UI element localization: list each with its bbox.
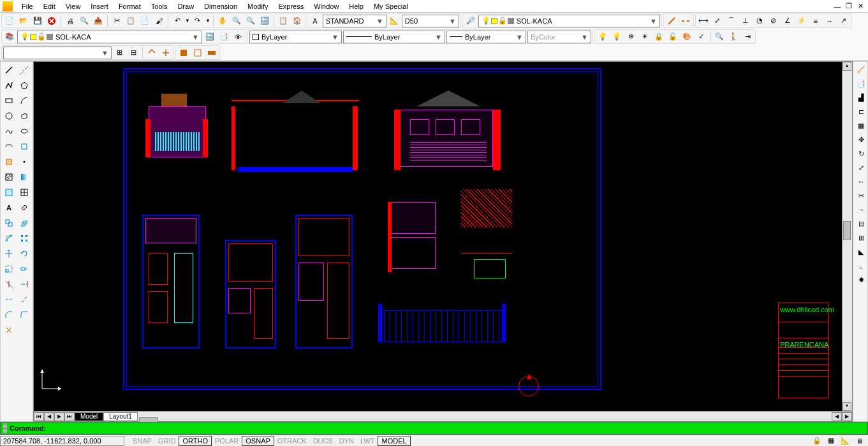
close-drawing-icon[interactable]: [45, 15, 58, 27]
modify-scale-icon[interactable]: ⤢: [855, 161, 867, 174]
tab-model[interactable]: Model: [75, 412, 103, 421]
paste-icon[interactable]: 📄: [138, 15, 151, 27]
dim-arc-icon[interactable]: ⌒: [725, 15, 738, 27]
layer-isolate-icon[interactable]: 👁: [232, 31, 244, 43]
zoom-previous-icon[interactable]: 🔙: [258, 15, 271, 27]
copy-object-icon[interactable]: [2, 216, 16, 230]
insert-block2-icon[interactable]: [17, 140, 31, 154]
layer-walk-icon[interactable]: 🚶: [727, 31, 740, 43]
layer-match-icon[interactable]: 🎨: [680, 31, 693, 43]
mtext-icon[interactable]: A: [2, 201, 16, 215]
status-clean-icon[interactable]: 🖥: [853, 435, 865, 447]
circle-icon[interactable]: [2, 109, 16, 123]
modify-fillet-icon[interactable]: ◟: [855, 259, 867, 272]
maximize-icon[interactable]: ❐: [844, 2, 854, 11]
arc-icon[interactable]: [17, 94, 31, 108]
zoom-window-icon[interactable]: 🔍: [244, 15, 257, 27]
break-icon[interactable]: [679, 15, 692, 27]
modify-erase-icon[interactable]: 🧹: [855, 63, 867, 76]
offset-icon[interactable]: [2, 231, 16, 245]
snap2-icon[interactable]: [159, 47, 172, 59]
find-icon[interactable]: 🔎: [464, 15, 477, 27]
modify-extend-icon[interactable]: →: [855, 203, 867, 216]
publish-icon[interactable]: 📤: [92, 15, 105, 27]
mirror-icon[interactable]: [17, 216, 31, 230]
layer-combo[interactable]: 💡 🔓 SOL-KACA ▼: [17, 31, 202, 43]
menu-format[interactable]: Format: [114, 1, 146, 11]
toggle-model[interactable]: MODEL: [378, 436, 410, 446]
toggle-polar[interactable]: POLAR: [212, 436, 242, 446]
command-line[interactable]: Command:: [0, 422, 868, 435]
toggle-ortho[interactable]: ORTHO: [179, 436, 212, 446]
menu-draw[interactable]: Draw: [172, 1, 199, 11]
layer-previous-icon[interactable]: 🔙: [203, 31, 216, 43]
array-icon[interactable]: [17, 231, 31, 245]
layer-freeze2-icon[interactable]: ❄: [624, 31, 637, 43]
modify-mirror-icon[interactable]: ▟: [855, 91, 867, 104]
trim-icon[interactable]: [2, 277, 16, 291]
dim-angular-icon[interactable]: ∠: [781, 15, 794, 27]
zoom-realtime-icon[interactable]: 🔍: [230, 15, 243, 27]
dim-leader-icon[interactable]: ↗: [837, 15, 850, 27]
toggle-snap[interactable]: SNAP: [129, 436, 155, 446]
break-at-point-icon[interactable]: [2, 292, 16, 306]
cut-icon[interactable]: ✂: [110, 15, 123, 27]
dim-quick-icon[interactable]: ⚡: [795, 15, 808, 27]
named-view-combo[interactable]: ▼: [3, 47, 112, 59]
ucs2-icon[interactable]: ⊟: [127, 47, 140, 59]
erase-icon[interactable]: [17, 201, 31, 215]
toggle-lwt[interactable]: LWT: [357, 436, 378, 446]
layer-current-icon[interactable]: ✓: [695, 31, 707, 43]
color-combo[interactable]: ByLayer ▼: [249, 31, 342, 43]
layer-lock2-icon[interactable]: 🔒: [652, 31, 665, 43]
layer-unlock-icon[interactable]: 🔓: [666, 31, 679, 43]
print-icon[interactable]: 🖨: [64, 15, 77, 27]
point-icon[interactable]: [17, 155, 31, 169]
rotate-icon[interactable]: [17, 247, 31, 261]
line-icon[interactable]: [2, 63, 16, 77]
scale-icon[interactable]: [2, 262, 16, 276]
region-icon[interactable]: [2, 185, 16, 199]
menu-help[interactable]: Help: [344, 1, 369, 11]
status-annotation-icon[interactable]: 📐: [839, 435, 851, 447]
plotstyle-combo[interactable]: ByColor ▼: [527, 31, 591, 43]
text-style-combo[interactable]: STANDARD ▼: [323, 15, 386, 27]
menu-view[interactable]: View: [61, 1, 86, 11]
toggle-grid[interactable]: GRID: [155, 436, 179, 446]
explode-icon[interactable]: [2, 323, 16, 337]
ellipse-arc-icon[interactable]: [2, 140, 16, 154]
revision-cloud-icon[interactable]: [17, 109, 31, 123]
current-layer-combo[interactable]: 💡 🔓 SOL-KACA ▼: [478, 15, 660, 27]
coordinates-display[interactable]: 207584.708, -11621.832, 0.000: [0, 436, 124, 446]
make-block-icon[interactable]: [2, 155, 16, 169]
vertical-scrollbar[interactable]: ▴ ▾: [842, 62, 852, 411]
tab-first-icon[interactable]: ⏮: [34, 412, 44, 421]
menu-my-special[interactable]: My Special: [369, 1, 413, 11]
new-icon[interactable]: 📄: [3, 15, 16, 27]
scroll-right-icon[interactable]: ▶: [842, 412, 852, 421]
modify-offset-icon[interactable]: ⊏: [855, 105, 867, 118]
modify-copy-icon[interactable]: 📑: [855, 77, 867, 90]
layer-merge-icon[interactable]: ⇥: [741, 31, 754, 43]
menu-express[interactable]: Express: [273, 1, 309, 11]
properties-icon[interactable]: 📋: [277, 15, 290, 27]
minimize-icon[interactable]: —: [832, 2, 842, 11]
construction-line-icon[interactable]: [17, 63, 31, 77]
design-center-icon[interactable]: 🏠: [291, 15, 304, 27]
rectangle-icon[interactable]: [2, 94, 16, 108]
dim-radius-icon[interactable]: ◔: [753, 15, 766, 27]
hatch-icon[interactable]: [2, 170, 16, 184]
dist-icon[interactable]: [665, 15, 678, 27]
zoom-extents-icon[interactable]: 🔍: [713, 31, 726, 43]
stretch-icon[interactable]: [17, 262, 31, 276]
linetype-combo[interactable]: ByLayer ▼: [343, 31, 445, 43]
modify-break-icon[interactable]: ⊟: [855, 217, 867, 230]
toggle-dyn[interactable]: DYN: [336, 436, 357, 446]
dim-continue-icon[interactable]: →: [823, 15, 836, 27]
tab-layout1[interactable]: Layout1: [103, 412, 138, 421]
dim-style-icon[interactable]: 📐: [388, 15, 401, 27]
copy-icon[interactable]: 📋: [124, 15, 137, 27]
dim-diameter-icon[interactable]: ⊘: [767, 15, 780, 27]
polygon-icon[interactable]: [17, 78, 31, 92]
print-preview-icon[interactable]: 🔍: [78, 15, 91, 27]
